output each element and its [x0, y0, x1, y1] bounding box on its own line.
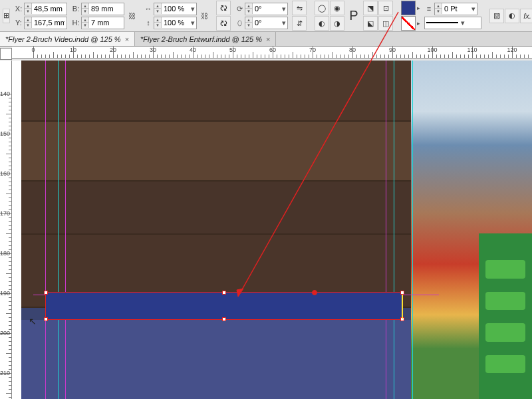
svg-marker-1 — [237, 289, 243, 297]
annotation-arrow — [0, 0, 532, 399]
cursor-icon: ↖ — [29, 316, 37, 327]
svg-line-0 — [238, 12, 398, 297]
